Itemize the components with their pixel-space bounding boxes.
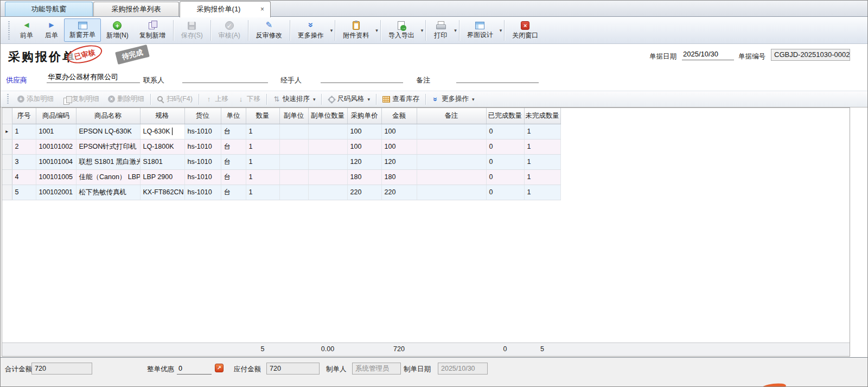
col-header[interactable]: 副单位数量 <box>308 108 347 124</box>
cell-seq[interactable]: 3 <box>12 154 36 169</box>
cell-amount[interactable]: 120 <box>381 154 417 169</box>
cell-remark[interactable] <box>417 124 486 139</box>
cell-done[interactable]: 0 <box>486 139 524 154</box>
cell-amount[interactable]: 100 <box>381 124 417 139</box>
move-up-button[interactable]: ↑ 上移 <box>201 93 233 105</box>
cell-subqty[interactable] <box>308 154 347 169</box>
cell-seq[interactable]: 1 <box>12 124 36 139</box>
cell-location[interactable]: hs-1010 <box>184 154 221 169</box>
col-header[interactable]: 未完成数量 <box>524 108 560 124</box>
cell-subqty[interactable] <box>308 139 347 154</box>
chevron-down-icon[interactable]: ▾ <box>454 28 457 33</box>
cell-unit[interactable]: 台 <box>221 139 246 154</box>
cell-remark[interactable] <box>417 154 486 169</box>
cell-unit[interactable]: 台 <box>221 154 246 169</box>
cell-code[interactable]: 100101002 <box>36 139 76 154</box>
cell-name[interactable]: 佳能（Canon） LBP <box>76 169 140 185</box>
next-doc-button[interactable]: ► 后单 <box>39 18 64 42</box>
attachments-button[interactable]: 附件资料 <box>337 18 374 42</box>
quick-sort-button[interactable]: ⇅ 快速排序 ▾ <box>269 93 320 105</box>
supplier-input[interactable] <box>47 71 140 83</box>
tab-quotation-list[interactable]: 采购报价单列表 <box>93 2 179 16</box>
cell-qty[interactable]: 1 <box>246 169 279 185</box>
move-down-button[interactable]: ↓ 下移 <box>233 93 265 105</box>
cell-qty[interactable]: 1 <box>246 154 279 169</box>
cell-undone[interactable]: 1 <box>524 169 560 185</box>
col-header[interactable]: 序号 <box>12 108 36 124</box>
row-marker-icon[interactable]: ► <box>2 124 12 139</box>
col-header[interactable]: 规格 <box>140 108 184 124</box>
cell-seq[interactable]: 4 <box>12 169 36 185</box>
remark-input[interactable] <box>456 71 539 83</box>
discount-edit-button[interactable]: ↗ <box>215 364 224 372</box>
unaudit-button[interactable]: ✎ 反审修改 <box>251 18 288 42</box>
cell-name[interactable]: EPSON针式打印机 <box>76 139 140 154</box>
table-row[interactable]: 5 100102001 松下热敏传真机 KX-FT862CN hs-1010 台… <box>2 185 560 200</box>
scan-button[interactable]: 扫码(F4) <box>152 93 197 105</box>
contact-input[interactable] <box>182 71 268 83</box>
cell-qty[interactable]: 1 <box>246 124 279 139</box>
cell-subunit[interactable] <box>279 185 308 200</box>
copy-new-button[interactable]: 复制新增 <box>134 18 171 42</box>
cell-done[interactable]: 0 <box>486 169 524 185</box>
col-header[interactable]: 金额 <box>381 108 417 124</box>
cell-undone[interactable]: 1 <box>524 124 560 139</box>
row-header[interactable] <box>2 169 12 185</box>
col-header[interactable]: 已完成数量 <box>486 108 524 124</box>
row-header[interactable] <box>2 154 12 169</box>
handler-input[interactable] <box>321 71 403 83</box>
col-header[interactable]: 采购单价 <box>347 108 381 124</box>
cell-amount[interactable]: 180 <box>381 169 417 185</box>
doc-date-input[interactable] <box>682 48 734 60</box>
cell-undone[interactable]: 1 <box>524 154 560 169</box>
cell-name[interactable]: 联想 S1801 黑白激光 <box>76 154 140 169</box>
audit-button[interactable]: ✓ 审核(A) <box>213 18 246 42</box>
col-header[interactable]: 货位 <box>184 108 221 124</box>
cell-done[interactable]: 0 <box>486 185 524 200</box>
cell-spec-editing[interactable]: LQ-630K <box>140 124 184 139</box>
tab-close-icon[interactable]: × <box>258 5 266 14</box>
cell-spec[interactable]: S1801 <box>140 154 184 169</box>
cell-subunit[interactable] <box>279 169 308 185</box>
cell-seq[interactable]: 5 <box>12 185 36 200</box>
size-style-button[interactable]: 尺码风格 ▾ <box>323 93 374 105</box>
cell-qty[interactable]: 1 <box>246 185 279 200</box>
chevron-down-icon[interactable]: ▾ <box>330 28 333 33</box>
prev-doc-button[interactable]: ◄ 前单 <box>14 18 39 42</box>
cell-price[interactable]: 100 <box>347 139 381 154</box>
cell-subqty[interactable] <box>308 185 347 200</box>
cell-unit[interactable]: 台 <box>221 185 246 200</box>
cell-undone[interactable]: 1 <box>524 139 560 154</box>
cell-code[interactable]: 100101004 <box>36 154 76 169</box>
cell-location[interactable]: hs-1010 <box>184 169 221 185</box>
save-button[interactable]: 保存(S) <box>176 18 208 42</box>
cell-code[interactable]: 100101005 <box>36 169 76 185</box>
cell-qty[interactable]: 1 <box>246 139 279 154</box>
cell-price[interactable]: 220 <box>347 185 381 200</box>
cell-subunit[interactable] <box>279 139 308 154</box>
cell-location[interactable]: hs-1010 <box>184 124 221 139</box>
tab-quotation-doc[interactable]: 采购报价单(1) × <box>180 1 271 17</box>
cell-subunit[interactable] <box>279 124 308 139</box>
grid-more-operations-button[interactable]: » 更多操作 ▾ <box>427 93 479 105</box>
tab-function-nav[interactable]: 功能导航窗 <box>5 2 93 16</box>
table-row[interactable]: 2 100101002 EPSON针式打印机 LQ-1800K hs-1010 … <box>2 139 560 154</box>
col-header[interactable]: 副单位 <box>279 108 308 124</box>
cell-code[interactable]: 1001 <box>36 124 76 139</box>
cell-subqty[interactable] <box>308 124 347 139</box>
row-header[interactable] <box>2 139 12 154</box>
new-window-button[interactable]: 新窗开单 <box>64 18 101 42</box>
cell-subunit[interactable] <box>279 154 308 169</box>
cell-spec[interactable]: KX-FT862CN <box>140 185 184 200</box>
discount-input[interactable] <box>177 363 212 375</box>
col-header[interactable]: 备注 <box>417 108 486 124</box>
col-header[interactable]: 商品编码 <box>36 108 76 124</box>
col-header[interactable]: 数量 <box>246 108 279 124</box>
chevron-down-icon[interactable]: ▾ <box>421 28 424 33</box>
cell-unit[interactable]: 台 <box>221 169 246 185</box>
cell-name[interactable]: EPSON LQ-630K <box>76 124 140 139</box>
cell-remark[interactable] <box>417 169 486 185</box>
more-operations-button[interactable]: » 更多操作 <box>292 18 329 42</box>
col-header[interactable]: 单位 <box>221 108 246 124</box>
cell-location[interactable]: hs-1010 <box>184 139 221 154</box>
